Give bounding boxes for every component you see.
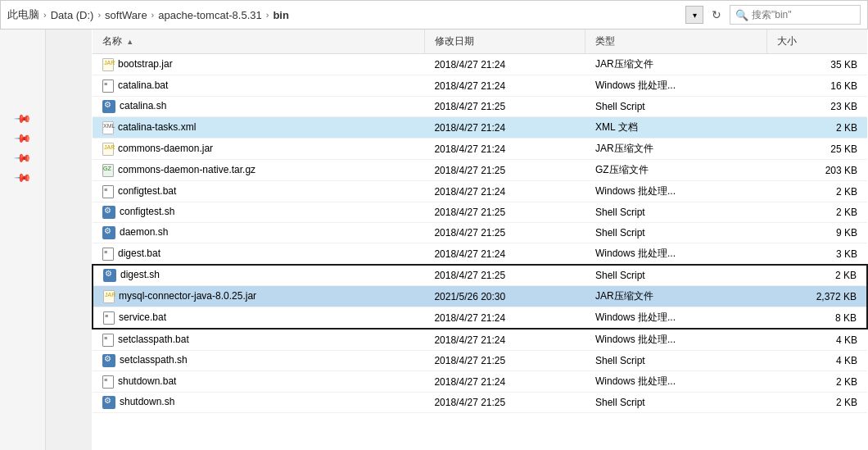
file-type-cell: Windows 批处理... bbox=[585, 371, 766, 393]
table-row[interactable]: JAR mysql-connector-java-8.0.25.jar2021/… bbox=[93, 286, 867, 307]
address-dropdown[interactable]: ▾ bbox=[685, 6, 703, 24]
file-name-cell: JAR commons-daemon.jar bbox=[93, 139, 424, 160]
file-name-cell: ≡ configtest.bat bbox=[93, 181, 424, 202]
file-date-cell: 2018/4/27 21:24 bbox=[424, 371, 585, 393]
file-size-cell: 4 KB bbox=[766, 329, 867, 351]
file-size-cell: 2 KB bbox=[766, 393, 867, 413]
file-date-cell: 2018/4/27 21:25 bbox=[424, 265, 585, 286]
pin-icon-4[interactable]: 📌 bbox=[13, 167, 32, 186]
file-name-cell: ⚙ catalina.sh bbox=[93, 97, 424, 117]
file-size-cell: 2 KB bbox=[766, 371, 867, 393]
path-tomcat[interactable]: apache-tomcat-8.5.31 bbox=[158, 9, 261, 21]
sep3: › bbox=[151, 10, 155, 20]
file-size-cell: 4 KB bbox=[766, 351, 867, 371]
file-type-cell: Windows 批处理... bbox=[585, 75, 766, 97]
sep1: › bbox=[43, 10, 47, 20]
file-date-cell: 2018/4/27 21:24 bbox=[424, 139, 585, 160]
table-row[interactable]: ⚙ shutdown.sh2018/4/27 21:25Shell Script… bbox=[93, 393, 867, 413]
table-row[interactable]: ≡ service.bat2018/4/27 21:24Windows 批处理.… bbox=[93, 307, 867, 330]
table-row[interactable]: ⚙ digest.sh2018/4/27 21:25Shell Script2 … bbox=[93, 265, 867, 286]
file-date-cell: 2018/4/27 21:25 bbox=[424, 223, 585, 243]
col-header-size[interactable]: 大小 bbox=[766, 30, 867, 54]
address-path[interactable]: 此电脑 › Data (D:) › softWare › apache-tomc… bbox=[7, 7, 682, 22]
table-row[interactable]: ⚙ setclasspath.sh2018/4/27 21:25Shell Sc… bbox=[93, 351, 867, 371]
path-thispc[interactable]: 此电脑 bbox=[7, 7, 39, 22]
table-row[interactable]: JAR commons-daemon.jar2018/4/27 21:24JAR… bbox=[93, 139, 867, 160]
left-panel: 📌 📌 📌 📌 bbox=[0, 30, 46, 450]
file-type-cell: Shell Script bbox=[585, 393, 766, 413]
table-row[interactable]: XML catalina-tasks.xml2018/4/27 21:24XML… bbox=[93, 117, 867, 139]
table-row[interactable]: ≡ setclasspath.bat2018/4/27 21:24Windows… bbox=[93, 329, 867, 351]
pin-icon-2[interactable]: 📌 bbox=[13, 128, 32, 147]
file-name-cell: ⚙ digest.sh bbox=[93, 265, 424, 286]
file-name-cell: JAR mysql-connector-java-8.0.25.jar bbox=[93, 286, 424, 307]
file-type-cell: Shell Script bbox=[585, 351, 766, 371]
refresh-button[interactable]: ↻ bbox=[707, 5, 726, 25]
file-date-cell: 2018/4/27 21:24 bbox=[424, 329, 585, 351]
table-row[interactable]: ≡ catalina.bat2018/4/27 21:24Windows 批处理… bbox=[93, 75, 867, 97]
file-name-cell: ≡ service.bat bbox=[93, 307, 424, 330]
file-date-cell: 2018/4/27 21:24 bbox=[424, 75, 585, 97]
file-name-cell: ≡ digest.bat bbox=[93, 243, 424, 266]
file-size-cell: 8 KB bbox=[766, 307, 867, 330]
file-type-cell: JAR压缩文件 bbox=[585, 139, 766, 160]
file-date-cell: 2018/4/27 21:25 bbox=[424, 393, 585, 413]
file-size-cell: 2 KB bbox=[766, 202, 867, 223]
file-date-cell: 2018/4/27 21:24 bbox=[424, 181, 585, 202]
file-size-cell: 25 KB bbox=[766, 139, 867, 160]
table-row[interactable]: ⚙ configtest.sh2018/4/27 21:25Shell Scri… bbox=[93, 202, 867, 223]
file-size-cell: 9 KB bbox=[766, 223, 867, 243]
file-size-cell: 2 KB bbox=[766, 117, 867, 139]
search-input[interactable] bbox=[752, 9, 850, 20]
file-name-cell: ≡ catalina.bat bbox=[93, 75, 424, 97]
file-type-cell: GZ压缩文件 bbox=[585, 160, 766, 181]
file-size-cell: 2,372 KB bbox=[766, 286, 867, 307]
table-row[interactable]: GZ commons-daemon-native.tar.gz2018/4/27… bbox=[93, 160, 867, 181]
file-date-cell: 2018/4/27 21:24 bbox=[424, 117, 585, 139]
file-name-cell: ⚙ daemon.sh bbox=[93, 223, 424, 243]
file-type-cell: Shell Script bbox=[585, 202, 766, 223]
col-header-name[interactable]: 名称 ▲ bbox=[93, 30, 424, 54]
file-type-cell: JAR压缩文件 bbox=[585, 54, 766, 75]
path-software[interactable]: softWare bbox=[105, 9, 147, 21]
pin-icon-3[interactable]: 📌 bbox=[13, 148, 32, 166]
col-header-type[interactable]: 类型 bbox=[585, 30, 766, 54]
file-type-cell: XML 文档 bbox=[585, 117, 766, 139]
table-row[interactable]: ≡ digest.bat2018/4/27 21:24Windows 批处理..… bbox=[93, 243, 867, 266]
file-name-cell: GZ commons-daemon-native.tar.gz bbox=[93, 160, 424, 181]
file-type-cell: Shell Script bbox=[585, 97, 766, 117]
search-icon: 🔍 bbox=[735, 9, 748, 21]
file-date-cell: 2018/4/27 21:24 bbox=[424, 243, 585, 266]
path-bin[interactable]: bin bbox=[273, 9, 289, 21]
file-list-body: JAR bootstrap.jar2018/4/27 21:24JAR压缩文件3… bbox=[93, 54, 867, 413]
search-box[interactable]: 🔍 bbox=[730, 5, 861, 25]
sort-arrow-name: ▲ bbox=[126, 38, 133, 46]
file-size-cell: 35 KB bbox=[766, 54, 867, 75]
col-header-date[interactable]: 修改日期 bbox=[424, 30, 585, 54]
file-size-cell: 2 KB bbox=[766, 181, 867, 202]
sep2: › bbox=[97, 10, 101, 20]
file-name-cell: ⚙ setclasspath.sh bbox=[93, 351, 424, 371]
file-type-cell: Windows 批处理... bbox=[585, 243, 766, 266]
file-table: 名称 ▲ 修改日期 类型 大小 JAR bootstrap.jar20 bbox=[92, 30, 868, 413]
table-row[interactable]: ≡ shutdown.bat2018/4/27 21:24Windows 批处理… bbox=[93, 371, 867, 393]
pin-icon-1[interactable]: 📌 bbox=[13, 108, 32, 127]
file-name-cell: ≡ setclasspath.bat bbox=[93, 329, 424, 351]
file-type-cell: Windows 批处理... bbox=[585, 307, 766, 330]
file-date-cell: 2018/4/27 21:24 bbox=[424, 307, 585, 330]
file-name-cell: XML catalina-tasks.xml bbox=[93, 117, 424, 139]
table-row[interactable]: JAR bootstrap.jar2018/4/27 21:24JAR压缩文件3… bbox=[93, 54, 867, 75]
file-name-cell: ≡ shutdown.bat bbox=[93, 371, 424, 393]
file-date-cell: 2018/4/27 21:24 bbox=[424, 54, 585, 75]
table-header: 名称 ▲ 修改日期 类型 大小 bbox=[93, 30, 867, 54]
path-datad[interactable]: Data (D:) bbox=[51, 9, 94, 21]
table-row[interactable]: ⚙ catalina.sh2018/4/27 21:25Shell Script… bbox=[93, 97, 867, 117]
table-row[interactable]: ⚙ daemon.sh2018/4/27 21:25Shell Script9 … bbox=[93, 223, 867, 243]
sep4: › bbox=[266, 10, 269, 20]
file-name-cell: ⚙ shutdown.sh bbox=[93, 393, 424, 413]
main-content: 名称 ▲ 修改日期 类型 大小 JAR bootstrap.jar20 bbox=[92, 30, 868, 450]
file-type-cell: Windows 批处理... bbox=[585, 181, 766, 202]
file-type-cell: Shell Script bbox=[585, 223, 766, 243]
file-size-cell: 203 KB bbox=[766, 160, 867, 181]
table-row[interactable]: ≡ configtest.bat2018/4/27 21:24Windows 批… bbox=[93, 181, 867, 202]
